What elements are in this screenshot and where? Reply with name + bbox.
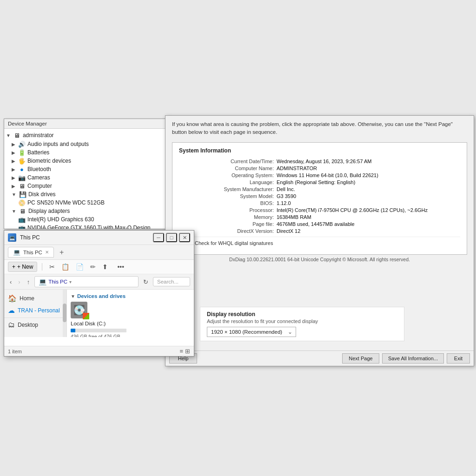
cut-button[interactable]: ✂ xyxy=(47,262,57,272)
tree-item-batteries[interactable]: ▶ 🔋 Batteries xyxy=(4,148,165,157)
minimize-button[interactable]: ─ xyxy=(153,233,164,242)
home-icon: 🏠 xyxy=(8,294,17,303)
audio-icon: 🔊 xyxy=(18,140,26,148)
next-page-button[interactable]: Next Page xyxy=(342,353,379,364)
display-icon: 🖥 xyxy=(19,207,26,215)
fe-main: ▼ Devices and drives 💽 Local Disk (C:) xyxy=(67,290,194,337)
tree-root-item[interactable]: ▼ 🖥 adminstrator xyxy=(4,131,165,140)
search-box[interactable]: Search... xyxy=(153,277,190,286)
tree-item-disk-drives[interactable]: ▼ 💾 Disk drives xyxy=(4,190,165,198)
tree-item-cameras[interactable]: ▶ 📷 Cameras xyxy=(4,173,165,182)
copy-button[interactable]: 📋 xyxy=(59,262,72,272)
tab-bar: 💻 This PC ✕ + xyxy=(4,245,194,260)
dxdiag-row-value: DirectX 12 xyxy=(277,228,300,234)
file-explorer-window: 💻 This PC ─ □ ✕ 💻 This PC ✕ + + + New ✂ … xyxy=(4,230,194,357)
dxdiag-row-label: BIOS: xyxy=(179,200,277,206)
display-res-select[interactable]: 1920 × 1080 (Recommended) xyxy=(207,327,296,337)
device-manager-titlebar: Device Manager xyxy=(4,119,165,129)
maximize-button[interactable]: □ xyxy=(166,233,177,242)
fe-body: 🏠 Home ☁ TRAN - Personal 🗂 Desktop ▼ Dev xyxy=(4,290,194,337)
status-text: 1 item xyxy=(8,349,22,354)
list-view-icon[interactable]: ≡ xyxy=(179,348,183,355)
audio-label: Audio inputs and outputs xyxy=(27,141,89,147)
address-bar[interactable]: 💻 This PC ▾ xyxy=(34,276,139,287)
sidebar-item-desktop[interactable]: 🗂 Desktop xyxy=(4,319,66,331)
sidebar-scrollbar-thumb[interactable] xyxy=(63,304,66,322)
expand-icon: ▶ xyxy=(12,159,15,164)
save-all-button[interactable]: Save All Information... xyxy=(382,353,444,364)
new-label: + New xyxy=(17,264,33,270)
tab-close-icon[interactable]: ✕ xyxy=(45,250,49,255)
tree-item-biometric[interactable]: ▶ 🖐 Biometric devices xyxy=(4,157,165,165)
sidebar-scrollbar-track[interactable] xyxy=(63,290,66,337)
expand-icon: ▶ xyxy=(12,184,15,189)
section-expand-icon: ▼ xyxy=(71,294,75,299)
sidebar-item-home[interactable]: 🏠 Home xyxy=(4,292,66,304)
dxdiag-row-label: System Model: xyxy=(179,193,277,199)
dxdiag-row-label: Memory: xyxy=(179,214,277,220)
forward-button[interactable]: › xyxy=(16,278,22,286)
dxdiag-row-label: Language: xyxy=(179,179,277,185)
tree-item-intel-gpu[interactable]: 📺 Intel(R) UHD Graphics 630 xyxy=(4,215,165,224)
new-tab-button[interactable]: + xyxy=(58,248,66,257)
nvidia-icon: 📺 xyxy=(18,224,26,229)
new-button[interactable]: + + New xyxy=(8,262,37,272)
dxdiag-row-value: English (Regional Setting: English) xyxy=(277,179,355,185)
windows-overlay-icon xyxy=(83,313,89,319)
address-dropdown-icon: ▾ xyxy=(69,279,72,284)
tree-item-display-adapters[interactable]: ▼ 🖥 Display adapters xyxy=(4,207,165,215)
tree-item-audio[interactable]: ▶ 🔊 Audio inputs and outputs xyxy=(4,140,165,148)
back-button[interactable]: ‹ xyxy=(8,278,13,286)
dxdiag-row-value: G3 3590 xyxy=(277,193,296,199)
devices-drives-label: Devices and drives xyxy=(77,293,126,299)
expand-icon: ▶ xyxy=(12,150,15,155)
intel-gpu-icon: 📺 xyxy=(18,216,26,223)
dxdiag-row-value: Windows 11 Home 64-bit (10.0, Build 2262… xyxy=(277,172,378,178)
device-manager-window: Device Manager ▼ 🖥 adminstrator ▶ 🔊 Audi… xyxy=(4,119,165,229)
computer-icon: 🖥 xyxy=(18,182,26,190)
dxdiag-info-row: System Model:G3 3590 xyxy=(179,193,460,199)
display-res-title: Display resolution xyxy=(207,311,397,317)
tree-item-nvme[interactable]: 📀 PC SN520 NVMe WDC 512GB xyxy=(4,198,165,207)
tab-label: This PC xyxy=(23,250,42,255)
tree-item-nvidia-gpu[interactable]: 📺 NVIDIA GeForce GTX 1660 Ti with Max-Q … xyxy=(4,224,165,229)
biometric-icon: 🖐 xyxy=(18,157,26,165)
bluetooth-icon: ● xyxy=(18,165,26,173)
device-manager-title: Device Manager xyxy=(8,121,47,126)
dxdiag-description: If you know what area is causing the pro… xyxy=(172,120,467,137)
this-pc-tab[interactable]: 💻 This PC ✕ xyxy=(8,247,54,258)
close-button[interactable]: ✕ xyxy=(179,233,190,242)
exit-button[interactable]: Exit xyxy=(447,353,470,364)
display-adapters-label: Display adapters xyxy=(28,208,70,214)
fe-titlebar: 💻 This PC ─ □ ✕ xyxy=(4,231,194,245)
intel-gpu-label: Intel(R) UHD Graphics 630 xyxy=(27,216,94,223)
toolbar-icons: ✂ 📋 📄 ✏ ⬆ xyxy=(47,262,110,272)
up-button[interactable]: ↑ xyxy=(25,278,32,286)
expand-icon: ▶ xyxy=(12,142,15,147)
dxdiag-info-row: DirectX Version:DirectX 12 xyxy=(179,228,460,234)
expand-icon: ▼ xyxy=(12,209,16,214)
rename-button[interactable]: ✏ xyxy=(88,262,98,272)
dxdiag-info-row: BIOS:1.12.0 xyxy=(179,200,460,206)
display-res-wrapper[interactable]: 1920 × 1080 (Recommended) xyxy=(207,327,296,337)
window-controls: ─ □ ✕ xyxy=(153,233,190,242)
paste-button[interactable]: 📄 xyxy=(73,262,86,272)
drive-item-c[interactable]: 💽 Local Disk (C:) 436 GB free of 476 GB xyxy=(71,302,131,337)
sidebar-item-onedrive[interactable]: ☁ TRAN - Personal xyxy=(4,304,66,317)
share-button[interactable]: ⬆ xyxy=(100,262,110,272)
onedrive-icon: ☁ xyxy=(8,306,15,315)
refresh-button[interactable]: ↻ xyxy=(141,278,150,286)
system-info-box: System Information Current Date/Time:Wed… xyxy=(172,142,467,255)
devices-drives-header[interactable]: ▼ Devices and drives xyxy=(71,293,190,299)
tree-item-bluetooth[interactable]: ▶ ● Bluetooth xyxy=(4,165,165,173)
grid-view-icon[interactable]: ⊞ xyxy=(185,348,190,355)
display-res-subtitle: Adjust the resolution to fit your connec… xyxy=(207,318,397,324)
onedrive-label: TRAN - Personal xyxy=(18,307,60,314)
dxdiag-info-row: Operating System:Windows 11 Home 64-bit … xyxy=(179,172,460,178)
dxdiag-row-label: Current Date/Time: xyxy=(179,159,277,164)
expand-icon: ▶ xyxy=(12,175,15,180)
drive-icon-wrapper: 💽 xyxy=(71,302,87,318)
drive-progress-bar xyxy=(71,329,126,332)
more-options-button[interactable]: ••• xyxy=(115,262,126,272)
tree-item-computer[interactable]: ▶ 🖥 Computer xyxy=(4,182,165,190)
